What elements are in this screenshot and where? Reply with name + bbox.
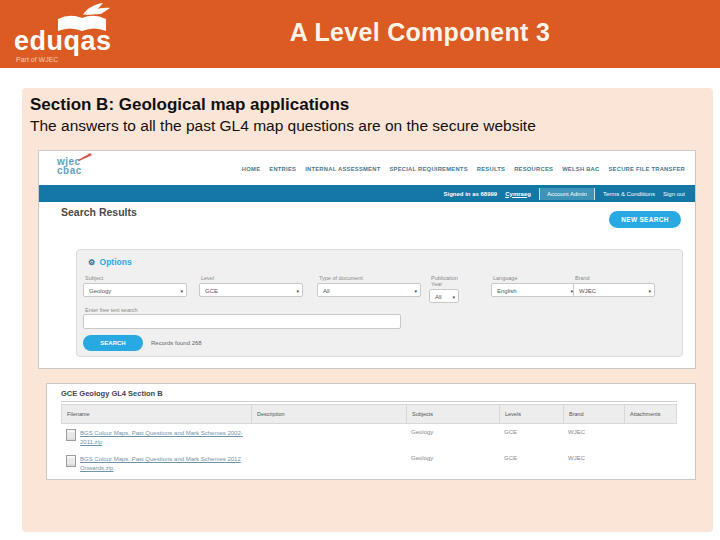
search-button[interactable]: SEARCH	[83, 335, 143, 351]
eduqas-logo-text: eduqas	[14, 26, 112, 57]
filter-subject-value: Geology	[89, 288, 111, 294]
chevron-down-icon: ▾	[296, 284, 299, 298]
chevron-down-icon: ▾	[414, 284, 417, 298]
file-cell: BGS Colour Maps, Past Questions and Mark…	[61, 424, 251, 447]
filter-document-type-label: Type of document	[319, 275, 421, 281]
cymraeg-link[interactable]: Cymraeg	[505, 191, 531, 197]
file-link[interactable]: BGS Colour Maps, Past Questions and Mark…	[80, 456, 241, 471]
column-header-description: Description	[251, 404, 406, 424]
filter-language-select[interactable]: English▾	[491, 283, 577, 297]
terms-conditions-link[interactable]: Terms & Conditions	[603, 191, 655, 197]
filter-brand: Brand WJEC▾	[573, 275, 655, 297]
filter-language: Language English▾	[491, 275, 577, 297]
filter-document-type-select[interactable]: All▾	[317, 283, 421, 297]
nav-item-entries[interactable]: ENTRIES	[269, 166, 296, 172]
column-header-subjects: Subjects	[406, 404, 499, 424]
column-header-levels: Levels	[499, 404, 563, 424]
levels-cell: GCE	[499, 424, 563, 447]
nav-item-internal-assessment[interactable]: INTERNAL ASSESSMENT	[305, 166, 380, 172]
options-title: ⚙ Options	[88, 257, 132, 267]
new-search-button[interactable]: NEW SEARCH	[609, 211, 681, 228]
table-row: BGS Colour Maps, Past Questions and Mark…	[61, 424, 677, 447]
filter-publication-year-select[interactable]: All▾	[429, 289, 459, 303]
filter-level: Level GCE▾	[199, 275, 303, 297]
column-header-filename: Filename	[61, 404, 251, 424]
column-header-attachments: Attachments	[624, 404, 677, 424]
filter-subject-label: Subject	[85, 275, 187, 281]
filter-language-value: English	[497, 288, 517, 294]
levels-cell: GCE	[499, 450, 563, 473]
slide: eduqas Part of WJEC A Level Component 3 …	[0, 0, 720, 540]
filter-document-type-value: All	[323, 288, 330, 294]
slide-header: eduqas Part of WJEC A Level Component 3	[0, 0, 720, 68]
brand-cell: WJEC	[563, 450, 624, 473]
filter-brand-select[interactable]: WJEC▾	[573, 283, 655, 297]
slide-title: A Level Component 3	[120, 18, 720, 47]
gear-icon: ⚙	[88, 258, 95, 267]
filter-publication-year-label: Publication Year	[431, 275, 459, 287]
filter-subject: Subject Geology▾	[83, 275, 187, 297]
section-subheading: The answers to all the past GL4 map ques…	[30, 117, 536, 135]
filter-level-select[interactable]: GCE▾	[199, 283, 303, 297]
description-cell	[251, 450, 406, 473]
account-admin-button[interactable]: Account Admin	[539, 188, 595, 200]
records-found-text: Records found 268	[151, 340, 202, 346]
file-cell: BGS Colour Maps, Past Questions and Mark…	[61, 450, 251, 473]
options-label: Options	[100, 257, 132, 267]
nav-item-welsh-bac[interactable]: WELSH BAC	[562, 166, 599, 172]
section-heading: Section B: Geological map applications	[30, 95, 349, 115]
sign-out-link[interactable]: Sign out	[663, 191, 685, 197]
filter-language-label: Language	[493, 275, 577, 281]
filter-brand-label: Brand	[575, 275, 655, 281]
subjects-cell: Geology	[406, 424, 499, 447]
description-cell	[251, 424, 406, 447]
wjec-pencil-icon	[77, 152, 93, 161]
nav-item-resources[interactable]: RESOURCES	[514, 166, 553, 172]
filter-level-value: GCE	[205, 288, 218, 294]
nav-item-results[interactable]: RESULTS	[477, 166, 505, 172]
account-bar: Signed in as 68999 Cymraeg Account Admin…	[39, 185, 695, 202]
site-nav: HOME ENTRIES INTERNAL ASSESSMENT SPECIAL…	[242, 166, 685, 172]
file-icon	[66, 429, 76, 441]
filter-publication-year-value: All	[435, 294, 442, 300]
file-icon	[66, 455, 76, 467]
results-table-header: Filename Description Subjects Levels Bra…	[61, 404, 677, 424]
page-title: Search Results	[61, 206, 137, 218]
options-panel: ⚙ Options Subject Geology▾ Level GCE▾ Ty…	[76, 249, 683, 357]
nav-item-secure-file-transfer[interactable]: SECURE FILE TRANSFER	[609, 166, 686, 172]
subjects-cell: Geology	[406, 450, 499, 473]
attachments-cell	[624, 450, 677, 473]
filter-brand-value: WJEC	[579, 288, 596, 294]
nav-item-home[interactable]: HOME	[242, 166, 260, 172]
column-header-brand: Brand	[563, 404, 624, 424]
free-text-search-label: Enter free text search	[85, 307, 138, 313]
free-text-search-input[interactable]	[83, 314, 401, 329]
chevron-down-icon: ▾	[648, 284, 651, 298]
filter-subject-select[interactable]: Geology▾	[83, 283, 187, 297]
table-row: BGS Colour Maps, Past Questions and Mark…	[61, 450, 677, 473]
website-screenshot-search: wjec cbac HOME ENTRIES INTERNAL ASSESSME…	[38, 150, 696, 369]
eduqas-logo-subtext: Part of WJEC	[16, 56, 58, 63]
wjec-logo-line2: cbac	[57, 166, 82, 175]
filter-document-type: Type of document All▾	[317, 275, 421, 297]
signed-in-status: Signed in as 68999	[444, 191, 498, 197]
chevron-down-icon: ▾	[452, 290, 455, 304]
nav-item-special-requirements[interactable]: SPECIAL REQUIREMENTS	[389, 166, 467, 172]
file-link[interactable]: BGS Colour Maps, Past Questions and Mark…	[80, 430, 243, 445]
filter-publication-year: Publication Year All▾	[429, 275, 459, 303]
results-title: GCE Geology GL4 Section B	[61, 389, 163, 398]
chevron-down-icon: ▾	[180, 284, 183, 298]
content-panel: Section B: Geological map applications T…	[22, 88, 713, 532]
website-screenshot-results: GCE Geology GL4 Section B Filename Descr…	[46, 383, 696, 480]
attachments-cell	[624, 424, 677, 447]
results-divider	[61, 401, 677, 402]
brand-cell: WJEC	[563, 424, 624, 447]
filter-level-label: Level	[201, 275, 303, 281]
